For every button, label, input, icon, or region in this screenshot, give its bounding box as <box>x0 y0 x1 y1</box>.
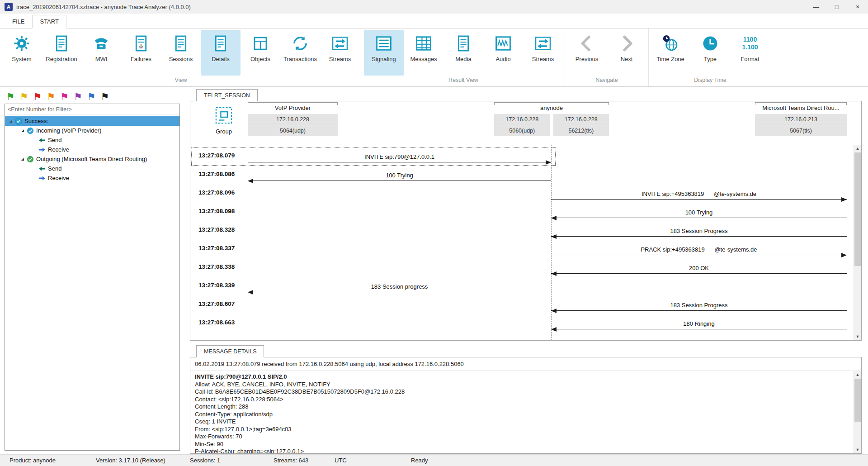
signal-list-icon <box>375 33 392 53</box>
participant-address: 172.16.0.228 <box>553 114 609 125</box>
ribbon-button-transactions[interactable]: Transactions <box>280 30 320 76</box>
tree-item-receive[interactable]: Receive <box>5 145 179 154</box>
phone-icon <box>93 33 110 53</box>
scroll-down-icon[interactable]: ▼ <box>854 446 861 453</box>
message-row[interactable]: 13:27:08.096INVITE sip:+495363819 @te-sy… <box>190 184 854 203</box>
flag-magenta-icon[interactable]: ⚑ <box>60 92 69 101</box>
tree-expander-icon[interactable] <box>19 158 26 161</box>
ribbon-button-label: Details <box>212 56 230 62</box>
content-area: ⚑⚑⚑⚑⚑⚑⚑⚑ Success:Incoming (VoIP Provider… <box>0 87 868 454</box>
message-arrow: 180 Ringing <box>551 317 847 329</box>
ribbon-button-mwi[interactable]: MWI <box>81 30 121 76</box>
flag-green-icon[interactable]: ⚑ <box>6 92 15 101</box>
message-time: 13:27:08.096 <box>198 189 235 196</box>
message-row[interactable]: 13:27:08.663180 Ringing <box>190 314 854 333</box>
arrowhead-left-icon <box>551 234 557 239</box>
ribbon-button-failures[interactable]: Failures <box>121 30 161 76</box>
window-icon <box>252 33 269 53</box>
participant-address: 172.16.0.213 <box>755 114 847 125</box>
ribbon-button-details[interactable]: Details <box>201 30 241 76</box>
ribbon-button-label: Registration <box>46 56 77 62</box>
session-tab[interactable]: TELRT_SESSION <box>196 89 258 101</box>
ribbon-button-format[interactable]: 11001.100Format <box>730 30 770 76</box>
waveform-box-icon <box>495 33 512 53</box>
message-details-tab[interactable]: MESSAGE DETAILS <box>196 345 264 357</box>
flag-black-icon[interactable]: ⚑ <box>101 92 109 101</box>
tree-item-label: Send <box>48 137 61 143</box>
tree-item-receive[interactable]: Receive <box>5 173 179 183</box>
minimize-button[interactable]: — <box>806 0 826 14</box>
message-details-tab-label: MESSAGE DETAILS <box>204 348 256 355</box>
ribbon-button-registration[interactable]: Registration <box>42 30 81 76</box>
arrowhead-left-icon <box>551 309 557 313</box>
arrowhead-right-icon <box>546 160 551 165</box>
arrow-send-icon <box>38 137 46 144</box>
diagram-scrollbar[interactable]: ▲ ▼ <box>854 145 861 340</box>
flag-blue-icon[interactable]: ⚑ <box>87 92 96 101</box>
message-arrow: 183 Session Progress <box>551 299 847 311</box>
message-time: 13:27:08.339 <box>198 282 235 289</box>
ribbon: SystemRegistrationMWIFailuresSessionsDet… <box>0 28 868 87</box>
ribbon-button-type[interactable]: Type <box>690 30 730 76</box>
message-row[interactable]: 13:27:08.098100 Trying <box>190 203 854 221</box>
ribbon-button-system[interactable]: System <box>2 30 42 76</box>
streams-box-icon <box>534 33 552 53</box>
flag-purple-icon[interactable]: ⚑ <box>74 92 82 101</box>
message-row[interactable]: 13:27:08.339183 Session progress <box>190 277 854 295</box>
ribbon-button-next[interactable]: Next <box>607 30 646 76</box>
ribbon-button-streams[interactable]: Streams <box>523 30 563 76</box>
tree-panel: Success:Incoming (VoIP Provider)SendRece… <box>5 104 180 451</box>
ribbon-button-streams[interactable]: Streams <box>320 30 360 76</box>
ribbon-button-signaling[interactable]: Signaling <box>364 30 404 76</box>
status-ready: Ready <box>411 457 428 464</box>
maximize-button[interactable]: □ <box>826 0 847 14</box>
app-window: A trace_20190206142704.xztrace - anynode… <box>0 0 868 466</box>
message-time: 13:27:08.338 <box>198 263 235 270</box>
scrollbar-thumb[interactable] <box>854 379 861 422</box>
tree-item-send[interactable]: Send <box>5 164 179 173</box>
ribbon-button-time-zone[interactable]: Time Zone <box>651 30 690 76</box>
message-row[interactable]: 13:27:08.607183 Session Progress <box>190 295 854 314</box>
ribbon-button-label: Media <box>455 56 471 62</box>
message-row[interactable]: 13:27:08.337PRACK sip:+495363819 @te-sys… <box>190 240 854 258</box>
participant-port: 5064(udp) <box>248 125 338 136</box>
ribbon-button-media[interactable]: Media <box>443 30 483 76</box>
message-time: 13:27:08.663 <box>198 319 235 326</box>
ribbon-group-label: Navigate <box>565 76 648 86</box>
message-label: INVITE sip:790@127.0.0.1 <box>248 153 551 160</box>
ribbon-button-label: Type <box>704 56 717 62</box>
tree-expander-icon[interactable] <box>8 120 14 123</box>
ribbon-button-objects[interactable]: Objects <box>241 30 280 76</box>
message-row[interactable]: 13:27:08.086100 Trying <box>190 166 854 184</box>
message-row[interactable]: 13:27:08.079INVITE sip:790@127.0.0.1 <box>190 147 854 166</box>
ribbon-button-messages[interactable]: Messages <box>404 30 443 76</box>
details-scrollbar[interactable]: ▲ ▼ <box>854 371 861 453</box>
tab-file[interactable]: FILE <box>5 15 32 29</box>
ribbon-button-label: MWI <box>95 56 108 62</box>
tree-item-success[interactable]: Success: <box>5 116 179 126</box>
message-label: 183 Session Progress <box>551 302 847 309</box>
message-row[interactable]: 13:27:08.328183 Session Progress <box>190 221 854 240</box>
flag-red-icon[interactable]: ⚑ <box>33 92 42 101</box>
flags-row: ⚑⚑⚑⚑⚑⚑⚑⚑ <box>5 89 180 104</box>
ribbon-button-sessions[interactable]: Sessions <box>161 30 201 76</box>
ribbon-button-previous[interactable]: Previous <box>567 30 607 76</box>
tab-start[interactable]: START <box>32 15 66 29</box>
tree-item-outgoing-microsoft-teams-direct-routing[interactable]: Outgoing (Microsoft Teams Direct Routing… <box>5 154 179 164</box>
close-button[interactable]: × <box>847 0 868 14</box>
flag-orange-icon[interactable]: ⚑ <box>47 92 55 101</box>
ribbon-button-audio[interactable]: Audio <box>483 30 523 76</box>
scroll-up-icon[interactable]: ▲ <box>854 371 861 378</box>
ribbon-button-label: Next <box>621 56 633 62</box>
flag-yellow-icon[interactable]: ⚑ <box>20 92 28 101</box>
tree-expander-icon[interactable] <box>19 129 26 132</box>
scroll-down-icon[interactable]: ▼ <box>854 333 861 340</box>
filter-input[interactable] <box>5 104 179 115</box>
scroll-up-icon[interactable]: ▲ <box>854 145 861 152</box>
tree-item-incoming-voip-provider[interactable]: Incoming (VoIP Provider) <box>5 126 179 135</box>
tree-item-send[interactable]: Send <box>5 135 179 145</box>
ribbon-group-buttons: PreviousNext <box>565 29 648 76</box>
scrollbar-thumb[interactable] <box>854 152 861 266</box>
message-row[interactable]: 13:27:08.338200 OK <box>190 258 854 277</box>
window-controls: — □ × <box>806 0 868 14</box>
